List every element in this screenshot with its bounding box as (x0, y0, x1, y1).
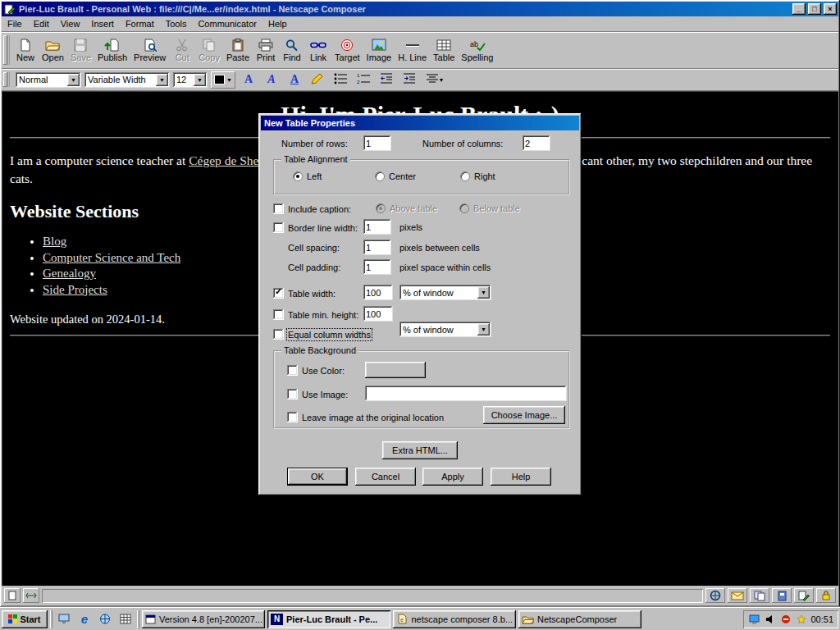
address-book-icon[interactable] (772, 588, 792, 603)
maximize-button[interactable]: □ (808, 3, 821, 15)
help-button[interactable]: Help (491, 468, 551, 486)
blog-link[interactable]: Blog (43, 235, 66, 248)
toolbar-new-button[interactable]: New (12, 34, 39, 67)
menu-help[interactable]: Help (262, 17, 293, 30)
newsgroups-icon[interactable] (750, 588, 769, 603)
align-right-radio[interactable]: Right (460, 171, 495, 181)
font-color-button[interactable]: ▼ (211, 71, 235, 89)
toolbar-grip[interactable] (3, 35, 10, 65)
remove-styles-button[interactable] (308, 71, 327, 89)
cs-tech-link[interactable]: Computer Science and Tech (43, 251, 180, 264)
close-button[interactable]: × (824, 3, 837, 15)
apply-button[interactable]: Apply (422, 468, 483, 486)
quicklaunch-desktop-icon[interactable] (55, 610, 73, 628)
task-netscapecomposer-folder[interactable]: NetscapeComposer (518, 610, 641, 628)
align-left-radio[interactable]: Left (293, 171, 322, 181)
choose-image-button[interactable]: Choose Image... (483, 406, 565, 424)
table-width-checkbox[interactable]: Table width: (273, 288, 336, 299)
quicklaunch-ie-icon[interactable]: e (75, 610, 94, 628)
numbered-list-button[interactable]: 12 (354, 71, 373, 89)
toolbar-print-button[interactable]: Print (253, 34, 279, 67)
table-height-input[interactable] (363, 306, 393, 322)
tray-clock[interactable]: 00:51 (810, 614, 833, 624)
font-select[interactable]: Variable Width ▼ (84, 72, 170, 88)
tray-scheduler-icon[interactable] (795, 614, 807, 625)
toolbar-save-button[interactable]: Save (67, 34, 94, 67)
task-pier-luc-brault[interactable]: N Pier-Luc Brault - Pe... (267, 610, 390, 628)
cell-spacing-input[interactable] (363, 240, 391, 255)
toolbar-table-button[interactable]: Table (430, 34, 458, 67)
start-button[interactable]: Start (2, 610, 48, 628)
table-height-unit-select[interactable]: % of window ▼ (399, 322, 491, 337)
bold-button[interactable]: A (239, 71, 258, 89)
tray-antivirus-icon[interactable] (779, 614, 792, 625)
inbox-icon[interactable] (728, 588, 747, 603)
bullet-list-button[interactable] (331, 71, 350, 89)
formatbar-grip[interactable] (3, 72, 10, 87)
font-size-select[interactable]: 12 ▼ (173, 72, 208, 88)
toolbar-open-button[interactable]: Open (39, 34, 67, 67)
toolbar-image-button[interactable]: Image (363, 34, 395, 67)
below-table-radio[interactable]: Below table (459, 203, 520, 213)
security-icon[interactable] (816, 588, 836, 603)
task-version-48[interactable]: Version 4.8 [en]-200207... (142, 610, 265, 628)
table-height-checkbox[interactable]: Table min. height: (273, 309, 358, 320)
indent-button[interactable] (399, 71, 419, 89)
toolbar-paste-button[interactable]: Paste (223, 34, 253, 67)
menu-communicator[interactable]: Communicator (192, 17, 262, 30)
underline-button[interactable]: A (285, 71, 304, 89)
equal-widths-checkbox[interactable]: Equal column widths (273, 329, 371, 340)
menu-insert[interactable]: Insert (85, 17, 120, 30)
window-titlebar[interactable]: Pier-Luc Brault - Personal Web : file://… (2, 2, 838, 16)
toolbar-cut-button[interactable]: Cut (169, 34, 195, 67)
toolbar-preview-button[interactable]: Preview (130, 34, 169, 67)
tray-speaker-icon[interactable] (764, 614, 776, 625)
alignment-button[interactable]: ▼ (422, 71, 447, 89)
toolbar-link-button[interactable]: Link (305, 34, 331, 67)
side-projects-link[interactable]: Side Projects (43, 283, 107, 296)
image-url-input[interactable] (365, 386, 567, 401)
menu-tools[interactable]: Tools (160, 17, 193, 30)
leave-image-checkbox[interactable]: Leave image at the original location (287, 412, 444, 422)
use-color-checkbox[interactable]: Use Color: (287, 365, 345, 376)
menu-view[interactable]: View (55, 17, 86, 30)
table-color-button[interactable] (365, 362, 426, 378)
component-drag-icon[interactable] (4, 588, 21, 603)
use-image-checkbox[interactable]: Use Image: (287, 389, 348, 399)
status-resize-icon[interactable] (23, 588, 39, 603)
quicklaunch-channels-icon[interactable] (116, 610, 135, 628)
minimize-button[interactable]: _ (792, 3, 806, 15)
task-netscape-composer-doc[interactable]: e netscape composer 8.b... (393, 610, 516, 628)
italic-button[interactable]: A (262, 71, 281, 89)
border-width-input[interactable] (363, 219, 391, 235)
border-width-checkbox[interactable]: Border line width: (273, 222, 358, 233)
quicklaunch-outlook-icon[interactable] (96, 610, 114, 628)
cell-padding-input[interactable] (363, 259, 391, 275)
columns-input[interactable] (523, 135, 550, 151)
navigator-icon[interactable] (705, 588, 725, 603)
toolbar-copy-button[interactable]: Copy (195, 34, 223, 67)
align-center-radio[interactable]: Center (375, 171, 416, 181)
toolbar-hline-button[interactable]: H. Line (395, 34, 430, 67)
menu-format[interactable]: Format (120, 17, 160, 30)
cancel-button[interactable]: Cancel (355, 468, 416, 486)
toolbar-publish-button[interactable]: Publish (94, 34, 130, 67)
table-width-input[interactable] (363, 285, 393, 300)
tray-display-icon[interactable] (748, 614, 760, 625)
toolbar-spelling-button[interactable]: ab Spelling (458, 34, 496, 67)
toolbar-find-button[interactable]: Find (279, 34, 305, 67)
menu-file[interactable]: File (2, 17, 28, 30)
extra-html-button[interactable]: Extra HTML... (382, 441, 458, 459)
paragraph-style-select[interactable]: Normal ▼ (16, 72, 81, 88)
include-caption-checkbox[interactable]: Include caption: (273, 203, 351, 214)
above-table-radio[interactable]: Above table (376, 203, 437, 213)
toolbar-target-button[interactable]: Target (331, 34, 363, 67)
composer-icon[interactable] (794, 588, 814, 603)
dialog-titlebar[interactable]: New Table Properties (261, 116, 579, 130)
outdent-button[interactable] (377, 71, 396, 89)
ok-button[interactable]: OK (287, 468, 348, 486)
menu-edit[interactable]: Edit (28, 17, 55, 30)
table-width-unit-select[interactable]: % of window ▼ (399, 285, 491, 300)
rows-input[interactable] (363, 135, 391, 151)
genealogy-link[interactable]: Genealogy (43, 267, 96, 280)
